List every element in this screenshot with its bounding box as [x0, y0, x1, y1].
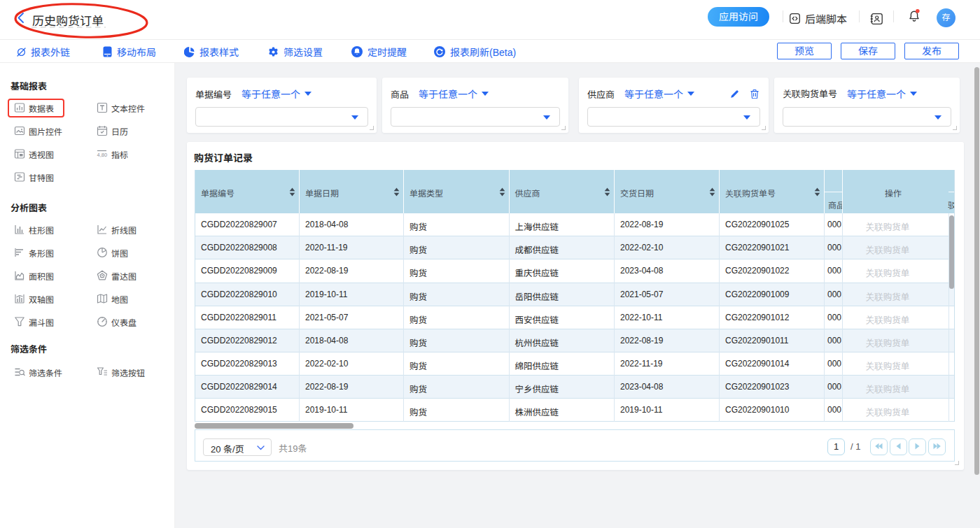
- svg-text:4,80: 4,80: [97, 152, 108, 158]
